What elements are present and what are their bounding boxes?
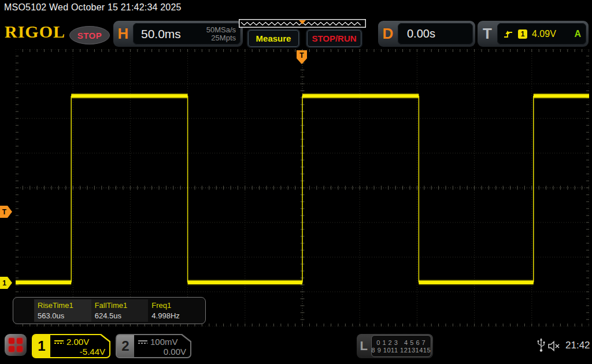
horizontal-settings-block[interactable]: H 50.0ms 50MSa/s 25Mpts	[113, 21, 243, 47]
acquisition-status-badge: STOP	[69, 26, 110, 44]
waveform-preview-bar[interactable]	[239, 19, 366, 28]
channel2-badge[interactable]: 2 100mV 0.00V	[116, 334, 191, 358]
channel2-scale: 100mV	[150, 337, 178, 347]
logic-channels-badge[interactable]: L 0 1 2 3 4 5 6 7 8 9 1011 12131415	[357, 334, 433, 358]
trigger-label: T	[478, 25, 497, 43]
channel1-scale: 2.00V	[66, 337, 89, 347]
dc-coupling-icon	[54, 340, 64, 344]
rigol-logo: RIGOL	[5, 22, 65, 42]
trigger-source-badge: 1	[518, 29, 527, 39]
delay-settings-block[interactable]: D 0.00s	[378, 21, 475, 47]
timebase-value: 50.0ms	[141, 27, 206, 41]
measurement-results-panel: RiseTime1 563.0us FallTime1 624.5us Freq…	[13, 297, 206, 324]
channel1-badge[interactable]: 1 2.00V -5.44V	[32, 334, 110, 358]
model-and-datetime: MSO5102 Wed October 15 21:42:34 2025	[4, 2, 182, 13]
trigger-level-value: 4.09V	[532, 29, 556, 39]
measure-button[interactable]: Measure	[248, 30, 299, 47]
ch1-offset-marker[interactable]: 1	[0, 277, 12, 289]
trigger-mode: A	[574, 29, 581, 39]
delay-value: 0.00s	[407, 27, 435, 40]
dc-coupling-icon	[138, 340, 147, 344]
measurement-freq: Freq1 4.998Hz	[148, 299, 205, 322]
measurement-falltime: FallTime1 624.5us	[91, 299, 149, 322]
channel1-number: 1	[33, 335, 50, 357]
horizontal-label: H	[113, 25, 133, 43]
channel2-offset: 0.00V	[138, 347, 186, 356]
main-menu-button[interactable]	[5, 334, 27, 356]
channel2-number: 2	[117, 335, 134, 357]
trigger-settings-block[interactable]: T 1 4.09V A	[478, 21, 589, 47]
badge-corner-notch	[100, 334, 110, 342]
measurement-risetime: RiseTime1 563.0us	[34, 299, 91, 322]
logic-label: L	[357, 339, 371, 354]
logic-channels-row2: 8 9 1011 12131415	[372, 347, 431, 354]
badge-corner-notch	[181, 334, 191, 342]
logic-channels-row1: 0 1 2 3 4 5 6 7	[376, 339, 426, 346]
trigger-level-marker[interactable]: T	[0, 206, 12, 218]
delay-label: D	[378, 25, 398, 43]
oscilloscope-screen: MSO5102 Wed October 15 21:42:34 2025 RIG…	[0, 0, 592, 364]
clock: 21:42	[565, 340, 590, 351]
stop-run-button[interactable]: STOP/RUN	[307, 30, 361, 47]
usb-icon	[536, 338, 546, 353]
rising-edge-icon	[503, 29, 513, 39]
menu-grid-icon	[9, 338, 23, 352]
sample-rate-and-depth: 50MSa/s 25Mpts	[206, 26, 236, 42]
waveform-display	[16, 49, 589, 326]
channel1-offset: -5.44V	[54, 347, 105, 356]
speaker-muted-icon	[547, 340, 563, 352]
